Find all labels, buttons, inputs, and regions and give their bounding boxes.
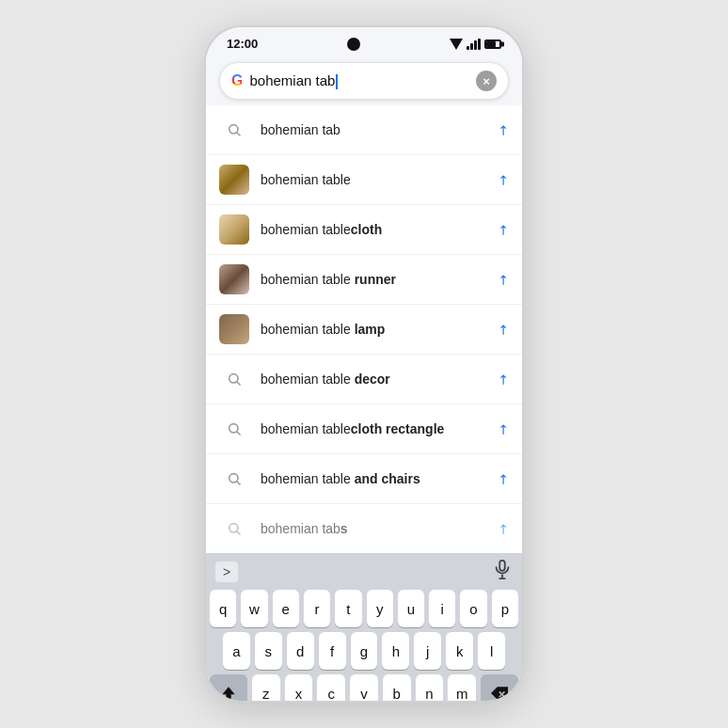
signal-icon: [467, 39, 481, 50]
thumbnail-5: [219, 314, 249, 344]
search-icon-9: [219, 514, 249, 544]
key-g[interactable]: g: [351, 632, 378, 670]
search-bar-container: G bohemian tab ×: [206, 55, 522, 105]
key-a[interactable]: a: [223, 632, 250, 670]
key-x[interactable]: x: [285, 674, 313, 703]
suggestion-item-9[interactable]: bohemian tabs ↗: [206, 504, 522, 553]
suggestion-text-4: bohemian table runner: [261, 272, 498, 287]
key-d[interactable]: d: [287, 632, 314, 670]
toolbar-mic-button[interactable]: [492, 559, 513, 584]
camera-indicator: [347, 38, 360, 51]
key-p[interactable]: p: [492, 590, 518, 627]
battery-icon: [484, 40, 501, 49]
key-r[interactable]: r: [304, 590, 330, 627]
shift-key[interactable]: [210, 674, 247, 703]
suggestion-text-3: bohemian tablecloth: [261, 222, 498, 237]
suggestion-text-1: bohemian tab: [261, 122, 498, 137]
suggestion-text-9: bohemian tabs: [261, 521, 498, 536]
key-o[interactable]: o: [460, 590, 486, 627]
key-t[interactable]: t: [335, 590, 361, 627]
keyboard: q w e r t y u i o p a s d f g h j k: [206, 588, 522, 703]
suggestion-item-4[interactable]: bohemian table runner ↗: [206, 255, 522, 305]
search-bar[interactable]: G bohemian tab ×: [219, 62, 509, 100]
key-m[interactable]: m: [448, 674, 476, 703]
search-icon-8: [219, 464, 249, 494]
key-n[interactable]: n: [416, 674, 444, 703]
svg-line-6: [237, 432, 240, 435]
status-icons: [450, 39, 501, 50]
search-input[interactable]: bohemian tab: [249, 72, 476, 89]
key-s[interactable]: s: [255, 632, 282, 670]
suggestion-item-3[interactable]: bohemian tablecloth ↗: [206, 205, 522, 255]
key-c[interactable]: c: [317, 674, 345, 703]
key-q[interactable]: q: [210, 590, 236, 627]
key-row-3: z x c v b n m: [210, 674, 518, 703]
suggestions-list: bohemian tab ↗ bohemian table ↗ bohemian…: [206, 105, 522, 553]
suggestion-item-1[interactable]: bohemian tab ↗: [206, 105, 522, 155]
key-j[interactable]: j: [414, 632, 441, 670]
suggestion-item-7[interactable]: bohemian tablecloth rectangle ↗: [206, 404, 522, 454]
key-e[interactable]: e: [273, 590, 299, 627]
svg-line-10: [237, 531, 240, 534]
phone-frame: 12:00 G bohemian tab: [204, 25, 524, 703]
search-icon: [219, 115, 249, 145]
suggestion-text-7: bohemian tablecloth rectangle: [261, 421, 498, 436]
key-h[interactable]: h: [382, 632, 409, 670]
key-w[interactable]: w: [241, 590, 267, 627]
thumbnail-2: [219, 165, 249, 195]
suggestion-item-2[interactable]: bohemian table ↗: [206, 155, 522, 205]
key-i[interactable]: i: [429, 590, 455, 627]
svg-line-2: [237, 133, 240, 135]
clear-button[interactable]: ×: [476, 71, 497, 91]
key-row-1: q w e r t y u i o p: [210, 590, 518, 627]
suggestion-item-6[interactable]: bohemian table decor ↗: [206, 355, 522, 404]
toolbar-forward-button[interactable]: >: [215, 562, 238, 582]
key-b[interactable]: b: [383, 674, 411, 703]
key-u[interactable]: u: [398, 590, 424, 627]
key-l[interactable]: l: [478, 632, 505, 670]
key-f[interactable]: f: [319, 632, 346, 670]
thumbnail-3: [219, 214, 249, 245]
keyboard-toolbar: >: [206, 553, 522, 588]
search-icon-7: [219, 414, 249, 444]
suggestion-text-6: bohemian table decor: [261, 372, 498, 387]
key-v[interactable]: v: [350, 674, 378, 703]
thumbnail-4: [219, 264, 249, 294]
svg-line-4: [237, 382, 240, 385]
svg-line-8: [237, 482, 240, 484]
backspace-key[interactable]: [481, 674, 518, 703]
suggestion-text-2: bohemian table: [261, 172, 498, 187]
keyboard-area: > q w e r t y u i o: [206, 553, 522, 703]
key-z[interactable]: z: [252, 674, 280, 703]
suggestion-item-8[interactable]: bohemian table and chairs ↗: [206, 454, 522, 504]
key-k[interactable]: k: [446, 632, 473, 670]
google-logo: G: [231, 72, 242, 89]
wifi-icon: [450, 39, 463, 50]
search-icon-6: [219, 364, 249, 394]
svg-rect-11: [499, 561, 505, 571]
key-row-2: a s d f g h j k l: [210, 632, 518, 670]
svg-marker-0: [450, 39, 463, 50]
suggestion-text-5: bohemian table lamp: [261, 322, 498, 337]
suggestion-item-5[interactable]: bohemian table lamp ↗: [206, 305, 522, 355]
suggestion-text-8: bohemian table and chairs: [261, 471, 498, 486]
status-bar: 12:00: [206, 27, 522, 55]
key-y[interactable]: y: [367, 590, 393, 627]
status-time: 12:00: [227, 37, 258, 51]
